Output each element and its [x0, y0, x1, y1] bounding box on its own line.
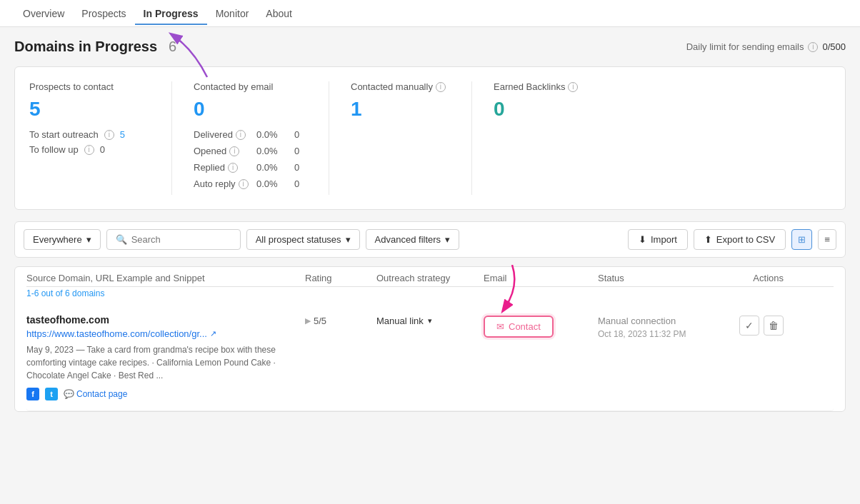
opened-info-icon[interactable]: i	[229, 146, 239, 156]
delivered-row: Delivered i 0.0% 0	[194, 129, 307, 140]
backlinks-info-icon[interactable]: i	[568, 82, 578, 92]
backlinks-value: 0	[494, 98, 594, 121]
col-header-actions: Actions	[726, 273, 784, 283]
nav-monitor[interactable]: Monitor	[207, 2, 258, 25]
outreach-chevron-icon[interactable]: ▾	[428, 316, 432, 326]
table-container: Source Domain, URL Example and Snippet R…	[14, 266, 846, 412]
daily-limit-value: 0/500	[822, 41, 846, 52]
outreach-info-icon[interactable]: i	[104, 130, 114, 140]
delete-button[interactable]: 🗑	[764, 316, 784, 336]
stats-prospects: Prospects to contact 5 To start outreach…	[29, 81, 172, 195]
rating-arrow-icon: ▶	[305, 316, 311, 326]
table-header: Source Domain, URL Example and Snippet R…	[26, 267, 834, 287]
delivered-pct: 0.0%	[256, 129, 289, 140]
replied-info-icon[interactable]: i	[228, 163, 238, 173]
location-label: Everywhere	[33, 234, 82, 245]
domain-name: tasteofhome.com	[26, 314, 305, 326]
external-link-icon: ↗	[210, 329, 216, 338]
domain-social: f t 💬 Contact page	[26, 388, 305, 400]
opened-label: Opened i	[194, 146, 251, 156]
col-header-rating: Rating	[305, 273, 376, 283]
status-text: Manual connection	[598, 316, 726, 326]
autoreply-row: Auto reply i 0.0% 0	[194, 178, 307, 189]
location-dropdown[interactable]: Everywhere ▾	[24, 229, 101, 250]
daily-limit-info-icon[interactable]: i	[808, 42, 818, 52]
filters-label: Advanced filters	[375, 234, 441, 245]
search-icon: 🔍	[116, 234, 127, 245]
export-button[interactable]: ⬆ Export to CSV	[694, 229, 786, 250]
stats-card: Prospects to contact 5 To start outreach…	[14, 66, 846, 210]
nav-in-progress[interactable]: In Progress	[135, 2, 207, 25]
delivered-label: Delivered i	[194, 129, 251, 140]
stats-backlinks: Earned Backlinks i 0	[472, 81, 615, 195]
col-header-domain: Source Domain, URL Example and Snippet	[26, 273, 305, 283]
autoreply-info-icon[interactable]: i	[239, 179, 249, 189]
stats-email: Contacted by email 0 Delivered i 0.0% 0 …	[172, 81, 329, 195]
replied-label: Replied i	[194, 162, 251, 173]
view-grid-button[interactable]: ⊞	[791, 229, 812, 250]
opened-pct: 0.0%	[256, 146, 289, 156]
search-input[interactable]	[131, 234, 231, 245]
delivered-info-icon[interactable]: i	[236, 130, 246, 140]
table-row: tasteofhome.com https://www.tasteofhome.…	[26, 304, 834, 411]
toolbar: Everywhere ▾ 🔍 All prospect statuses ▾ A…	[14, 221, 846, 258]
import-button[interactable]: ⬇ Import	[628, 229, 688, 250]
nav-prospects[interactable]: Prospects	[73, 2, 134, 25]
daily-limit: Daily limit for sending emails i 0/500	[686, 41, 846, 52]
prospects-label: Prospects to contact	[29, 81, 150, 92]
manual-label: Contacted manually i	[351, 81, 450, 92]
facebook-icon[interactable]: f	[26, 388, 39, 400]
nav-overview[interactable]: Overview	[14, 2, 73, 25]
autoreply-count: 0	[294, 178, 299, 189]
domain-url[interactable]: https://www.tasteofhome.com/collection/g…	[26, 328, 305, 339]
daily-limit-label: Daily limit for sending emails	[686, 41, 804, 52]
manual-value: 1	[351, 98, 450, 121]
trash-icon: 🗑	[769, 320, 779, 331]
followup-info-icon[interactable]: i	[84, 145, 94, 155]
followup-sub: To follow up i 0	[29, 144, 150, 155]
opened-row: Opened i 0.0% 0	[194, 146, 307, 156]
email-value: 0	[194, 98, 307, 121]
manual-info-icon[interactable]: i	[436, 82, 446, 92]
search-box: 🔍	[106, 229, 241, 250]
status-col: Manual connection Oct 18, 2023 11:32 PM	[598, 314, 726, 339]
filters-dropdown[interactable]: Advanced filters ▾	[366, 229, 460, 250]
followup-label: To follow up	[29, 144, 79, 155]
table-row-count: 1-6 out of 6 domains	[26, 287, 834, 304]
page-header: Domains in Progress 6 Daily limit for se…	[14, 39, 846, 55]
export-icon: ⬆	[704, 234, 712, 245]
import-icon: ⬇	[639, 234, 646, 245]
outreach-label: To start outreach	[29, 129, 99, 140]
opened-count: 0	[294, 146, 299, 156]
view-list-icon: ≡	[824, 234, 830, 245]
autoreply-label: Auto reply i	[194, 178, 251, 189]
envelope-icon: ✉	[496, 321, 504, 332]
domain-info: tasteofhome.com https://www.tasteofhome.…	[26, 314, 305, 400]
outreach-col: Manual link ▾	[376, 314, 484, 326]
actions-col: ✓ 🗑	[726, 314, 784, 336]
email-label: Contacted by email	[194, 81, 307, 92]
delivered-count: 0	[294, 129, 299, 140]
col-header-status: Status	[598, 273, 726, 283]
backlinks-label: Earned Backlinks i	[494, 81, 594, 92]
status-dropdown[interactable]: All prospect statuses ▾	[246, 229, 360, 250]
outreach-value: Manual link	[376, 316, 424, 326]
status-label: All prospect statuses	[256, 234, 341, 245]
outreach-value: 5	[120, 129, 125, 140]
nav-about[interactable]: About	[257, 2, 301, 25]
filters-chevron-icon: ▾	[445, 234, 450, 245]
replied-pct: 0.0%	[256, 162, 289, 173]
status-chevron-icon: ▾	[346, 234, 351, 245]
twitter-icon[interactable]: t	[45, 388, 58, 400]
stats-manual: Contacted manually i 1	[329, 81, 472, 195]
view-list-button[interactable]: ≡	[818, 229, 836, 250]
checkmark-icon: ✓	[745, 320, 754, 331]
view-grid-icon: ⊞	[798, 234, 806, 245]
rating-col: ▶ 5/5	[305, 314, 376, 326]
location-chevron-icon: ▾	[86, 234, 91, 245]
domain-url-link[interactable]: https://www.tasteofhome.com/collection/g…	[26, 328, 207, 339]
contact-page-link[interactable]: 💬 Contact page	[64, 389, 127, 399]
contact-page-icon: 💬	[64, 389, 74, 399]
col-header-outreach: Outreach strategy	[376, 273, 484, 283]
approve-button[interactable]: ✓	[739, 316, 759, 336]
